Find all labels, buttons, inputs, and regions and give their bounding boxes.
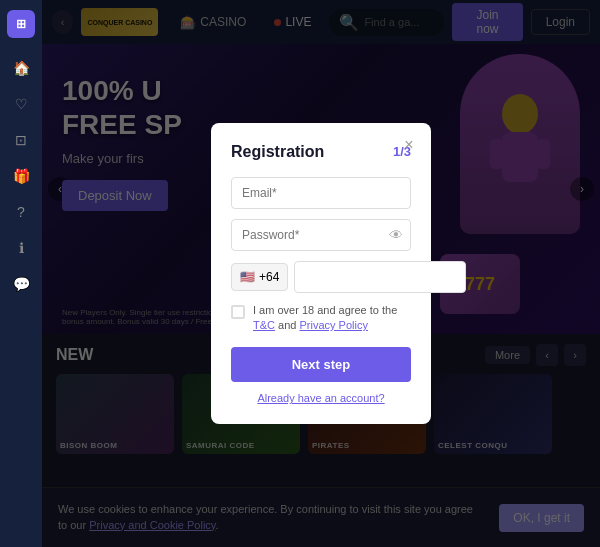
privacy-policy-link[interactable]: Privacy Policy — [299, 319, 367, 331]
email-field[interactable] — [231, 177, 411, 209]
phone-group: 🇺🇸 +64 — [231, 261, 411, 293]
sidebar-item-promotions[interactable]: 🎁 — [7, 162, 35, 190]
sidebar: ⊞ 🏠 ♡ ⊡ 🎁 ? ℹ 💬 — [0, 0, 42, 547]
phone-field[interactable] — [294, 261, 466, 293]
password-group: 👁 — [231, 219, 411, 251]
main-content: ‹ CONQUER CASINO 🎰 CASINO LIVE 🔍 Join no… — [42, 0, 600, 547]
terms-checkbox-group: I am over 18 and agree to the T&C and Pr… — [231, 303, 411, 334]
sidebar-item-info[interactable]: ℹ — [7, 234, 35, 262]
tc-link[interactable]: T&C — [253, 319, 275, 331]
password-field[interactable] — [231, 219, 411, 251]
password-eye-icon[interactable]: 👁 — [389, 227, 403, 243]
have-account-link[interactable]: Already have an account? — [231, 392, 411, 404]
email-group — [231, 177, 411, 209]
sidebar-item-favorites[interactable]: ♡ — [7, 90, 35, 118]
sidebar-item-games[interactable]: ⊡ — [7, 126, 35, 154]
registration-modal: Registration 1/3 × 👁 🇺🇸 +64 — [211, 123, 431, 425]
grid-icon: ⊞ — [16, 17, 26, 31]
sidebar-item-home[interactable]: 🏠 — [7, 54, 35, 82]
modal-overlay: Registration 1/3 × 👁 🇺🇸 +64 — [42, 0, 600, 547]
modal-header: Registration 1/3 — [231, 143, 411, 161]
terms-checkbox[interactable] — [231, 305, 245, 319]
next-step-button[interactable]: Next step — [231, 347, 411, 382]
sidebar-item-help[interactable]: ? — [7, 198, 35, 226]
sidebar-logo[interactable]: ⊞ — [7, 10, 35, 38]
phone-flag-selector[interactable]: 🇺🇸 +64 — [231, 263, 288, 291]
checkbox-label: I am over 18 and agree to the T&C and Pr… — [253, 303, 411, 334]
modal-title: Registration — [231, 143, 324, 161]
sidebar-item-chat[interactable]: 💬 — [7, 270, 35, 298]
modal-close-button[interactable]: × — [399, 135, 419, 155]
